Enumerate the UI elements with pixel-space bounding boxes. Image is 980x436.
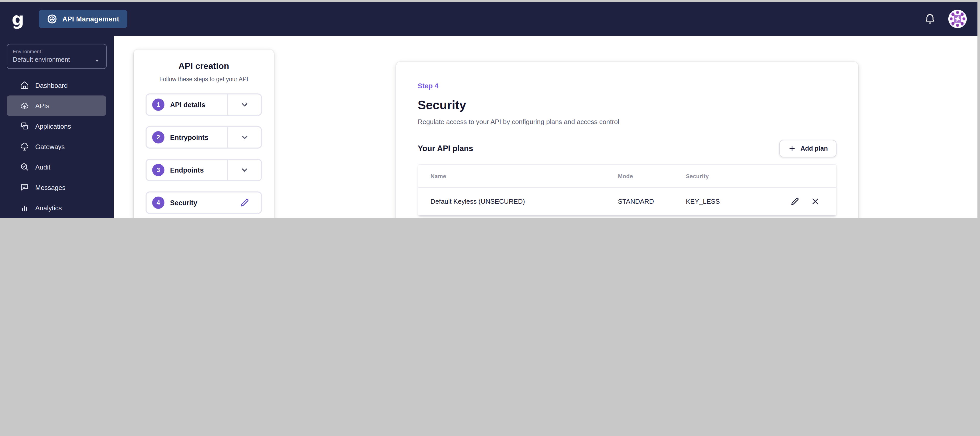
step-label: Security [170, 199, 228, 207]
applications-icon [19, 121, 30, 131]
sidebar-item-label: Audit [35, 163, 50, 171]
column-header-name: Name [418, 173, 618, 179]
application-window: g API Management [0, 0, 980, 218]
plus-icon [788, 145, 796, 153]
gear-badge-icon [46, 13, 58, 24]
add-plan-button[interactable]: Add plan [779, 140, 837, 157]
step-number-badge: 2 [152, 131, 164, 143]
sidebar-item-audit[interactable]: Audit [6, 157, 106, 177]
step-label: Endpoints [170, 166, 227, 174]
bar-chart-icon [19, 203, 30, 213]
table-header-row: Name Mode Security [418, 165, 836, 188]
environment-value: Default environment [13, 56, 100, 63]
plans-header: Your API plans Add plan [418, 140, 837, 157]
sidebar-item-label: Dashboard [35, 81, 68, 89]
product-label: API Management [62, 15, 119, 23]
sidebar-item-label: Messages [35, 183, 65, 191]
step-label: Entrypoints [170, 134, 227, 141]
column-header-mode: Mode [618, 173, 686, 179]
sidebar-item-messages[interactable]: Messages [6, 177, 106, 197]
sidebar-item-apis[interactable]: APIs [6, 95, 106, 116]
sidebar-item-label: Applications [35, 122, 71, 130]
cloud-gateway-icon [19, 142, 30, 152]
product-switcher-button[interactable]: API Management [39, 10, 127, 28]
edit-pencil-icon[interactable] [228, 193, 261, 213]
plan-actions-cell [770, 196, 836, 207]
plans-heading: Your API plans [418, 144, 473, 153]
plan-security-cell: KEY_LESS [686, 197, 770, 205]
step-endpoints[interactable]: 3 Endpoints [146, 159, 262, 181]
home-icon [19, 80, 30, 91]
api-creation-stepper-card: API creation Follow these steps to get y… [134, 49, 274, 218]
chevron-down-icon[interactable] [227, 160, 261, 180]
sidebar: Environment Default environment Dashboar… [0, 36, 114, 218]
sidebar-item-label: Analytics [35, 204, 62, 212]
environment-label: Environment [13, 48, 100, 54]
stepper-title: API creation [134, 61, 274, 72]
security-step-card: Step 4 Security Regulate access to your … [396, 62, 858, 218]
user-avatar[interactable] [948, 9, 967, 29]
top-bar-right [923, 9, 967, 29]
sidebar-item-label: APIs [35, 102, 49, 110]
add-plan-label: Add plan [800, 145, 828, 152]
plan-mode-cell: STANDARD [618, 197, 686, 205]
caret-down-icon [94, 58, 100, 64]
table-row: Default Keyless (UNSECURED) STANDARD KEY… [418, 188, 836, 215]
column-header-security: Security [686, 173, 770, 179]
plans-table: Name Mode Security Default Keyless (UNSE… [418, 164, 837, 215]
stepper-subtitle: Follow these steps to get your API [134, 76, 274, 82]
sidebar-item-analytics[interactable]: Analytics [6, 197, 106, 218]
page-title: Security [418, 98, 837, 112]
step-number-badge: 3 [152, 164, 164, 176]
step-label: API details [170, 101, 227, 108]
environment-selector[interactable]: Environment Default environment [6, 44, 107, 69]
audit-search-icon [19, 162, 30, 172]
step-number-badge: 4 [152, 197, 164, 209]
message-icon [19, 182, 30, 193]
chevron-down-icon[interactable] [227, 94, 261, 115]
cloud-upload-icon [19, 100, 30, 111]
stepper-steps: 1 API details 2 Entrypoints 3 Endpoints [146, 94, 262, 218]
sidebar-item-applications[interactable]: Applications [6, 116, 106, 136]
edit-plan-pencil-icon[interactable] [789, 196, 800, 207]
step-api-details[interactable]: 1 API details [146, 94, 262, 116]
chevron-down-icon[interactable] [227, 127, 261, 148]
top-bar: g API Management [0, 2, 977, 36]
sidebar-nav: Dashboard APIs [0, 75, 114, 218]
step-indicator: Step 4 [418, 82, 837, 90]
step-entrypoints[interactable]: 2 Entrypoints [146, 126, 262, 148]
delete-plan-x-icon[interactable] [810, 196, 821, 207]
notifications-bell-icon[interactable] [923, 12, 937, 25]
step-number-badge: 1 [152, 99, 164, 111]
page-description: Regulate access to your API by configuri… [418, 118, 837, 126]
api-management-console: g API Management [0, 2, 977, 218]
step-security[interactable]: 4 Security [146, 191, 262, 214]
gravitee-logo[interactable]: g [10, 10, 25, 27]
sidebar-item-gateways[interactable]: Gateways [6, 136, 106, 157]
sidebar-item-dashboard[interactable]: Dashboard [6, 75, 106, 95]
plan-name-cell: Default Keyless (UNSECURED) [418, 197, 618, 205]
sidebar-item-label: Gateways [35, 143, 65, 150]
